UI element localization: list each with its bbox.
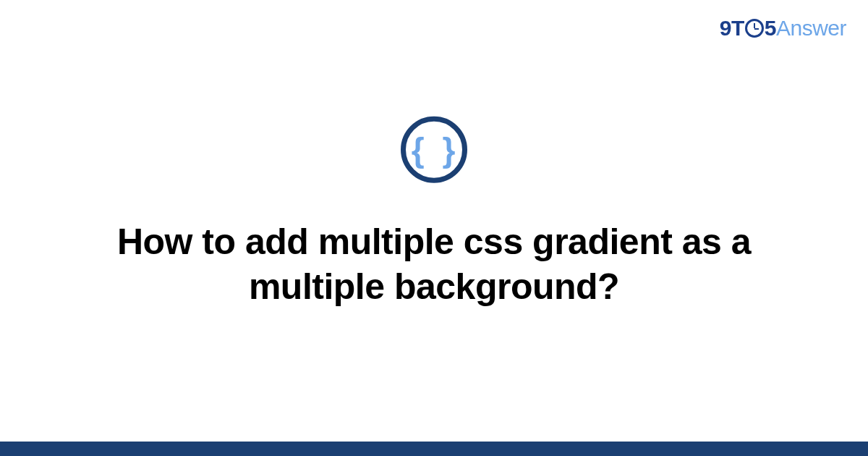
clock-icon	[745, 19, 764, 38]
logo-text-prefix: 9T	[720, 16, 744, 41]
site-logo: 9T 5 Answer	[720, 16, 846, 41]
page-title: How to add multiple css gradient as a mu…	[72, 219, 796, 309]
header: 9T 5 Answer	[0, 0, 868, 41]
logo-text-suffix: 5	[765, 16, 776, 41]
braces-glyph: { }	[412, 133, 460, 166]
code-braces-icon: { }	[401, 117, 467, 183]
footer-bar	[0, 442, 868, 456]
main-content: { } How to add multiple css gradient as …	[0, 117, 868, 309]
logo-text-answer: Answer	[776, 16, 846, 41]
